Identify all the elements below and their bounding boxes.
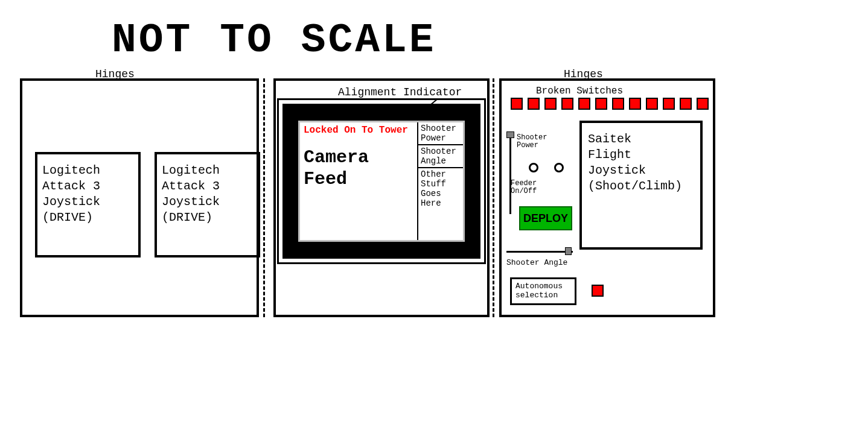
divider-dashed bbox=[263, 78, 265, 317]
feeder-label: Feeder On/Off bbox=[511, 180, 537, 195]
divider-dashed bbox=[493, 78, 494, 317]
broken-switch[interactable] bbox=[595, 98, 607, 110]
locked-on-status: Locked On To Tower bbox=[304, 125, 413, 136]
feeder-knob[interactable] bbox=[529, 163, 538, 172]
shooter-angle-slider[interactable] bbox=[565, 247, 572, 255]
shooter-power-slider[interactable] bbox=[506, 131, 514, 138]
broken-switch[interactable] bbox=[511, 98, 523, 110]
alignment-indicator-label: Alignment Indicator bbox=[338, 86, 462, 98]
shooter-angle-slider-label: Shooter Angle bbox=[506, 258, 567, 267]
broken-switch[interactable] bbox=[612, 98, 624, 110]
broken-switch[interactable] bbox=[528, 98, 540, 110]
saitek-joystick[interactable]: Saitek Flight Joystick (Shoot/Climb) bbox=[579, 121, 703, 250]
shooter-angle-slider-track bbox=[506, 251, 573, 253]
deploy-button[interactable]: DEPLOY bbox=[519, 206, 572, 230]
screen-other-stuff: Other Stuff Goes Here bbox=[417, 168, 463, 240]
broken-switch[interactable] bbox=[544, 98, 557, 110]
shooter-power-slider-label: Shooter Power bbox=[517, 134, 547, 150]
broken-switch[interactable] bbox=[561, 98, 573, 110]
broken-switch[interactable] bbox=[680, 98, 692, 110]
autonomous-switch[interactable] bbox=[592, 285, 604, 297]
screen-shooter-power: Shooter Power bbox=[417, 122, 463, 145]
page-title: NOT TO SCALE bbox=[112, 17, 436, 63]
broken-switch[interactable] bbox=[578, 98, 590, 110]
autonomous-selection[interactable]: Autonomous selection bbox=[510, 277, 576, 305]
broken-switch[interactable] bbox=[646, 98, 658, 110]
monitor: Locked On To Tower Camera Feed Shooter P… bbox=[277, 98, 486, 264]
camera-feed-label: Camera Feed bbox=[304, 147, 413, 190]
broken-switches-row bbox=[511, 98, 709, 110]
feeder-knob[interactable] bbox=[554, 163, 564, 172]
monitor-screen: Locked On To Tower Camera Feed Shooter P… bbox=[298, 121, 465, 242]
broken-switches-label: Broken Switches bbox=[536, 86, 623, 96]
drive-joystick-left[interactable]: Logitech Attack 3 Joystick (DRIVE) bbox=[35, 152, 141, 257]
screen-shooter-angle: Shooter Angle bbox=[417, 145, 463, 168]
drive-joystick-right[interactable]: Logitech Attack 3 Joystick (DRIVE) bbox=[155, 152, 260, 257]
broken-switch[interactable] bbox=[663, 98, 675, 110]
broken-switch[interactable] bbox=[697, 98, 709, 110]
monitor-bezel: Locked On To Tower Camera Feed Shooter P… bbox=[282, 104, 480, 259]
shooter-power-slider-track bbox=[509, 136, 511, 214]
broken-switch[interactable] bbox=[629, 98, 641, 110]
